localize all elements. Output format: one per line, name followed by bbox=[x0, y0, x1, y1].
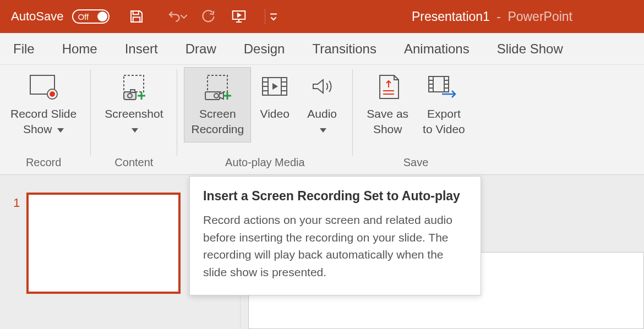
app-name: PowerPoint bbox=[507, 9, 572, 24]
export-to-video-icon bbox=[424, 72, 463, 103]
video-icon bbox=[258, 72, 291, 103]
group-record-label: Record bbox=[26, 156, 61, 171]
tab-home[interactable]: Home bbox=[62, 41, 97, 57]
slide-number: 1 bbox=[13, 196, 20, 210]
tab-animations[interactable]: Animations bbox=[404, 41, 470, 57]
audio-button[interactable]: Audio bbox=[298, 67, 346, 142]
title-dash: - bbox=[496, 9, 501, 24]
svg-rect-1 bbox=[133, 17, 140, 22]
save-as-show-button[interactable]: Save as Show bbox=[359, 67, 416, 142]
svg-rect-9 bbox=[130, 90, 135, 92]
save-as-show-icon bbox=[370, 72, 405, 103]
screen-recording-label: Screen Recording bbox=[191, 106, 244, 138]
separator bbox=[265, 9, 265, 24]
tooltip-body: Record actions on your screen and relate… bbox=[203, 211, 467, 281]
doc-title: Presentation1 bbox=[412, 9, 490, 24]
record-slide-show-icon bbox=[26, 72, 61, 103]
undo-dropdown-icon[interactable] bbox=[180, 14, 188, 19]
video-label: Video bbox=[260, 106, 290, 122]
video-button[interactable]: Video bbox=[251, 67, 298, 127]
title-center: Presentation1 - PowerPoint bbox=[279, 9, 633, 24]
separator bbox=[352, 69, 353, 156]
tab-slideshow[interactable]: Slide Show bbox=[497, 41, 563, 57]
chevron-down-icon bbox=[57, 128, 64, 133]
group-content: Screenshot Content bbox=[94, 65, 173, 174]
export-to-video-label: Export to Video bbox=[423, 106, 465, 138]
save-icon[interactable] bbox=[128, 8, 145, 25]
group-save-label: Save bbox=[403, 156, 429, 171]
screen-recording-button[interactable]: Screen Recording bbox=[184, 67, 251, 142]
svg-rect-0 bbox=[133, 11, 139, 14]
svg-rect-10 bbox=[208, 75, 227, 92]
svg-point-5 bbox=[50, 91, 55, 97]
screenshot-label: Screenshot bbox=[105, 107, 163, 120]
tab-insert[interactable]: Insert bbox=[125, 41, 158, 57]
tab-file[interactable]: File bbox=[13, 41, 35, 57]
autosave-state: Off bbox=[78, 12, 89, 21]
redo-icon[interactable] bbox=[199, 8, 215, 25]
customize-qat-icon[interactable] bbox=[269, 12, 279, 21]
chevron-down-icon bbox=[132, 128, 138, 133]
titlebar: AutoSave Off Presentation1 - PowerPoint bbox=[0, 0, 644, 33]
record-slide-show-button[interactable]: Record Slide Show bbox=[3, 67, 84, 142]
ribbon-tabstrip: File Home Insert Draw Design Transitions… bbox=[0, 33, 644, 65]
record-slide-show-text: Record Slide Show bbox=[10, 107, 77, 135]
tab-draw[interactable]: Draw bbox=[185, 41, 216, 57]
tab-transitions[interactable]: Transitions bbox=[312, 41, 376, 57]
autosave-label: AutoSave bbox=[11, 9, 63, 24]
separator bbox=[90, 69, 91, 156]
slide-thumbnail[interactable] bbox=[26, 193, 181, 294]
audio-label: Audio bbox=[307, 107, 337, 120]
tooltip-title: Insert a Screen Recording Set to Auto-pl… bbox=[203, 189, 467, 204]
present-from-beginning-icon[interactable] bbox=[231, 8, 247, 25]
group-save: Save as Show Export to Video Save bbox=[356, 65, 476, 174]
group-record: Record Slide Show Record bbox=[0, 65, 87, 174]
tooltip: Insert a Screen Recording Set to Auto-pl… bbox=[189, 176, 481, 295]
group-autoplay: Screen Recording Video Audio bbox=[181, 65, 349, 174]
autosave-toggle[interactable]: Off bbox=[72, 9, 110, 24]
separator bbox=[177, 69, 177, 156]
screenshot-button[interactable]: Screenshot bbox=[97, 67, 170, 142]
tab-design[interactable]: Design bbox=[244, 41, 285, 57]
chevron-down-icon bbox=[320, 128, 326, 133]
group-autoplay-label: Auto-play Media bbox=[225, 156, 305, 171]
svg-rect-11 bbox=[205, 92, 220, 100]
screen-recording-icon bbox=[200, 72, 235, 103]
toggle-knob-icon bbox=[97, 12, 107, 21]
screenshot-icon bbox=[116, 72, 151, 103]
titlebar-left: AutoSave Off bbox=[11, 8, 279, 25]
audio-icon bbox=[305, 72, 339, 103]
export-to-video-button[interactable]: Export to Video bbox=[416, 67, 472, 142]
ribbon: Record Slide Show Record Screenshot Cont… bbox=[0, 65, 644, 175]
record-slide-show-label: Record Slide Show bbox=[10, 106, 77, 138]
save-as-show-label: Save as Show bbox=[367, 106, 408, 138]
group-content-label: Content bbox=[114, 156, 153, 171]
